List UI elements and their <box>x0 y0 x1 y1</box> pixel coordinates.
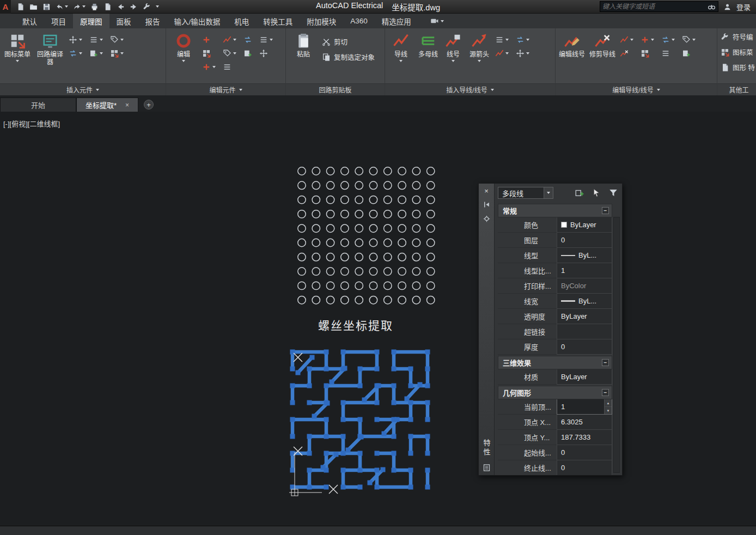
icon-menu-wizard-button[interactable]: 图标菜 <box>721 47 756 57</box>
palette-settings-icon[interactable] <box>483 215 491 223</box>
ribbon-tab-electromechanical[interactable]: 机电 <box>227 14 256 28</box>
combo-dropdown-button[interactable] <box>544 187 553 198</box>
insert-component-tool-button[interactable] <box>110 49 124 58</box>
spinner-down-icon[interactable]: ▼ <box>605 406 612 414</box>
tab-drawing-active[interactable]: 坐标提取* × <box>76 98 138 112</box>
edit-wire-tool-button[interactable] <box>661 49 675 58</box>
user-icon[interactable] <box>723 3 731 11</box>
palette-menu-icon[interactable] <box>483 464 491 472</box>
property-row-color[interactable]: 颜色 ByLayer <box>498 217 612 233</box>
edit-component-tool-button[interactable] <box>259 35 273 44</box>
property-row-current-vertex[interactable]: 当前顶... 1 ▲ ▼ <box>498 399 612 415</box>
property-row-linetype[interactable]: 线型 ByL... <box>498 248 612 263</box>
qat-customize-caret[interactable] <box>156 5 159 8</box>
sign-in-button[interactable]: 登录 <box>736 2 751 12</box>
circuit-builder-button[interactable]: 回路编译器 <box>36 30 64 66</box>
section-header-general[interactable]: 常规 − <box>498 204 612 217</box>
panel-footer-edit-wires[interactable]: 编辑导线/线号 <box>556 83 717 95</box>
collapse-icon[interactable]: − <box>602 207 609 214</box>
panel-footer-circuit-clipboard[interactable]: 回路剪贴板 <box>286 83 385 95</box>
palette-close-icon[interactable]: × <box>484 187 489 194</box>
cut-button[interactable]: 剪切 <box>322 37 375 47</box>
collapse-icon[interactable]: − <box>602 389 609 396</box>
insert-component-tool-button[interactable] <box>89 49 103 58</box>
edit-component-tool-button[interactable] <box>259 49 273 58</box>
property-row-vertex-x[interactable]: 顶点 X... 6.3025 <box>498 415 612 430</box>
redo-button[interactable] <box>73 3 86 11</box>
edit-component-tool-button[interactable] <box>202 35 216 44</box>
property-row-start-width[interactable]: 起始线... 0 <box>498 445 612 460</box>
edit-component-tool-button[interactable] <box>223 35 236 44</box>
media-button[interactable] <box>430 14 444 28</box>
command-line-strip[interactable] <box>0 526 756 535</box>
property-row-vertex-y[interactable]: 顶点 Y... 187.7333 <box>498 430 612 445</box>
edit-component-tool-button[interactable] <box>202 63 216 71</box>
ribbon-tab-default[interactable]: 默认 <box>15 14 44 28</box>
open-file-button[interactable] <box>29 3 38 11</box>
trim-wire-button[interactable]: 修剪导线 <box>589 30 615 58</box>
insert-component-tool-button[interactable] <box>69 35 82 44</box>
panel-footer-insert-wires[interactable]: 插入导线/线号 <box>385 83 555 95</box>
edit-wire-tool-button[interactable] <box>620 49 633 58</box>
select-objects-button[interactable] <box>590 187 603 199</box>
edit-wire-tool-button[interactable] <box>641 49 654 58</box>
section-header-geometry[interactable]: 几何图形 − <box>498 386 612 399</box>
ribbon-tab-panel[interactable]: 面板 <box>109 14 138 28</box>
source-arrow-button[interactable]: 源箭头 <box>468 30 491 62</box>
collapse-icon[interactable]: − <box>602 359 609 366</box>
tab-start[interactable]: 开始 <box>0 98 76 112</box>
ribbon-tab-project[interactable]: 项目 <box>44 14 73 28</box>
edit-wire-number-button[interactable]: 编辑线号 <box>559 30 585 58</box>
search-input[interactable] <box>602 3 705 10</box>
insert-wire-tool-button[interactable] <box>495 35 509 44</box>
copy-selected-button[interactable]: 复制选定对象 <box>322 52 375 62</box>
ribbon-tab-featured-apps[interactable]: 精选应用 <box>375 14 418 28</box>
edit-wire-tool-button[interactable] <box>620 35 633 44</box>
ribbon-tab-import-export[interactable]: 输入/输出数据 <box>167 14 228 28</box>
insert-wire-tool-button[interactable] <box>516 49 529 58</box>
insert-component-tool-button[interactable] <box>69 49 82 58</box>
edit-component-tool-button[interactable] <box>202 49 216 58</box>
back-button[interactable] <box>117 3 125 11</box>
edit-wire-tool-button[interactable] <box>682 35 696 44</box>
property-row-material[interactable]: 材质 ByLayer <box>498 369 612 385</box>
ribbon-tab-schematic[interactable]: 原理图 <box>73 14 109 28</box>
edit-component-tool-button[interactable] <box>243 35 252 44</box>
viewport-controls[interactable]: [-][俯视][二维线框] <box>3 118 60 129</box>
palette-autohide-icon[interactable] <box>483 200 491 209</box>
palette-scrollbar[interactable] <box>613 217 620 473</box>
property-row-hyperlink[interactable]: 超链接 <box>498 324 612 339</box>
property-row-transparency[interactable]: 透明度 ByLayer <box>498 309 612 324</box>
property-row-plot-style[interactable]: 打印样... ByColor <box>498 278 612 294</box>
ribbon-tab-reports[interactable]: 报告 <box>138 14 167 28</box>
panel-footer-other-tools[interactable]: 其他工 <box>717 83 756 95</box>
undo-button[interactable] <box>56 3 68 11</box>
edit-wire-tool-button[interactable] <box>682 49 696 58</box>
forward-button[interactable] <box>130 3 138 11</box>
property-row-linetype-scale[interactable]: 线型比... 1 <box>498 263 612 278</box>
ribbon-tab-conversion[interactable]: 转换工具 <box>256 14 300 28</box>
search-binoculars-icon[interactable] <box>708 3 716 11</box>
close-tab-icon[interactable]: × <box>125 101 129 109</box>
property-row-layer[interactable]: 图层 0 <box>498 233 612 248</box>
toggle-pickadd-button[interactable] <box>573 187 586 199</box>
new-file-button[interactable] <box>16 3 25 11</box>
multi-bus-button[interactable]: 多母线 <box>418 30 438 58</box>
sheet-button[interactable] <box>103 3 112 11</box>
property-row-end-width[interactable]: 终止线... 0 <box>498 460 612 475</box>
paste-button[interactable]: 粘贴 <box>289 30 318 58</box>
spinner-up-icon[interactable]: ▲ <box>605 399 612 406</box>
quick-select-button[interactable] <box>607 187 620 199</box>
edit-wire-tool-button[interactable] <box>641 35 654 44</box>
wire-button[interactable]: 导线 <box>388 30 413 62</box>
panel-footer-edit-components[interactable]: 编辑元件 <box>166 83 285 95</box>
save-button[interactable] <box>42 3 51 11</box>
property-row-thickness[interactable]: 厚度 0 <box>498 339 612 355</box>
icon-menu-button[interactable]: 图标菜单 <box>3 30 32 62</box>
section-header-3d-effects[interactable]: 三维效果 − <box>498 356 612 369</box>
insert-wire-tool-button[interactable] <box>495 49 509 58</box>
insert-wire-tool-button[interactable] <box>516 35 529 44</box>
insert-component-tool-button[interactable] <box>110 35 124 44</box>
panel-footer-insert-components[interactable]: 插入元件 <box>0 83 166 95</box>
edit-component-tool-button[interactable] <box>243 49 252 58</box>
